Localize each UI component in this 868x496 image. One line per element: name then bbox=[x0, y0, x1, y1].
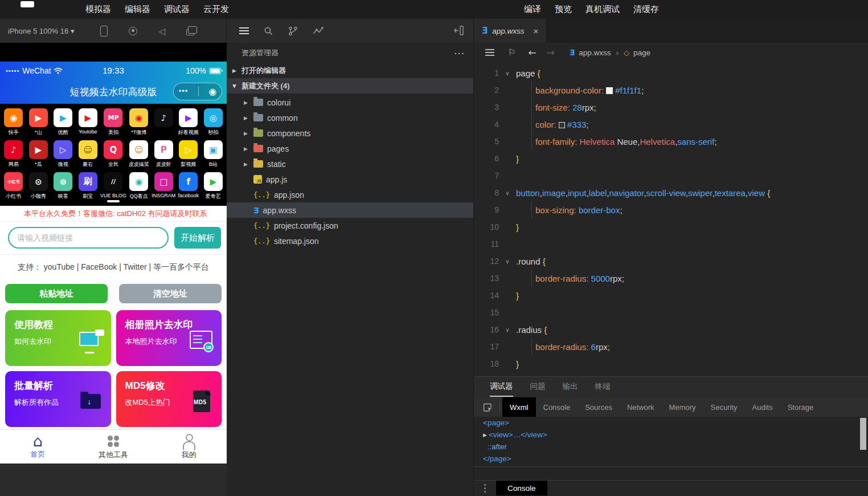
tree-item-components[interactable]: ▶components bbox=[227, 125, 473, 141]
tree-item-static[interactable]: ▶static bbox=[227, 156, 473, 172]
tree-item-colorui[interactable]: ▶colorui bbox=[227, 95, 473, 110]
search-icon[interactable] bbox=[264, 26, 273, 36]
open-editors-section[interactable]: ▶ 打开的编辑器 bbox=[227, 63, 473, 78]
app-grid-item[interactable]: ♪网易 bbox=[1, 140, 26, 167]
clear-address-button[interactable]: 清空地址 bbox=[119, 284, 222, 303]
back-arrow-icon[interactable]: ← bbox=[528, 47, 536, 58]
menu-item[interactable]: 调试器 bbox=[164, 4, 190, 15]
app-grid-item[interactable]: ▷梨视频 bbox=[176, 140, 201, 167]
file-list-icon[interactable] bbox=[239, 27, 249, 29]
network-graph-icon[interactable] bbox=[313, 27, 324, 35]
collapse-sidebar-icon[interactable] bbox=[454, 26, 465, 35]
debugger-tab-终端[interactable]: 终端 bbox=[595, 381, 611, 396]
close-icon[interactable]: × bbox=[534, 26, 539, 36]
inspect-element-icon[interactable] bbox=[483, 403, 493, 412]
app-grid-item[interactable]: ◎秒拍 bbox=[201, 108, 226, 135]
wxml-node[interactable]: <page> bbox=[474, 417, 868, 429]
feature-card[interactable]: 批量解析解析所有作品↓ bbox=[5, 371, 111, 427]
wxml-node[interactable]: ::after bbox=[474, 441, 868, 453]
tabbar-item-tools[interactable]: 其他工具 bbox=[76, 430, 152, 464]
exit-target-icon[interactable]: ◉ bbox=[208, 87, 216, 96]
app-grid-item[interactable]: ☺皮皮搞笑 bbox=[126, 140, 152, 167]
devtools-tab-memory[interactable]: Memory bbox=[662, 397, 703, 417]
wxml-tree-panel[interactable]: <page>▶<view>…</view> ::after</page> bbox=[474, 417, 868, 467]
tree-item-app.json[interactable]: {..}app.json bbox=[227, 187, 473, 202]
app-grid-item[interactable]: 刷刷宝 bbox=[75, 172, 100, 199]
menu-item[interactable]: 清缓存 bbox=[633, 4, 659, 15]
tabbar-item-profile[interactable]: 我的 bbox=[151, 430, 227, 464]
devtools-tab-storage[interactable]: Storage bbox=[780, 397, 821, 417]
bookmark-icon[interactable]: ⚐ bbox=[508, 47, 515, 58]
tree-item-sitemap.json[interactable]: {..}sitemap.json bbox=[227, 233, 473, 249]
code-area[interactable]: 1∨page {2background-color: #f1f1f1;3font… bbox=[474, 62, 868, 376]
app-grid-item[interactable]: ▶*山 bbox=[26, 108, 51, 135]
wxml-node[interactable]: ▶<view>…</view> bbox=[474, 429, 868, 441]
fold-icon[interactable]: ∨ bbox=[499, 258, 516, 265]
record-stop-icon[interactable] bbox=[129, 27, 137, 35]
fold-icon[interactable]: ∨ bbox=[499, 327, 516, 333]
devtools-tab-security[interactable]: Security bbox=[703, 397, 745, 417]
breadcrumb[interactable]: Ǝ app.wxss › ◇ page bbox=[570, 48, 650, 57]
mute-speaker-icon[interactable]: ◁ bbox=[158, 27, 165, 35]
parse-button[interactable]: 开始解析 bbox=[174, 227, 221, 249]
menu-item[interactable]: 编译 bbox=[524, 4, 541, 15]
devtools-tab-sources[interactable]: Sources bbox=[578, 397, 620, 417]
device-icon[interactable] bbox=[100, 26, 108, 36]
scrollbar-thumb[interactable] bbox=[860, 418, 866, 450]
menu-item[interactable]: 编辑器 bbox=[125, 4, 150, 15]
expand-arrow-icon[interactable]: ▶ bbox=[483, 432, 487, 438]
tree-item-project.config.json[interactable]: {..}project.config.json bbox=[227, 218, 473, 233]
console-drawer-tab[interactable]: Console bbox=[496, 481, 547, 495]
git-branch-icon[interactable] bbox=[288, 26, 298, 36]
menu-item[interactable]: 真机调试 bbox=[586, 4, 620, 15]
feature-card[interactable]: MD5修改改MD5上热门MD5 bbox=[116, 371, 222, 427]
drawer-handle-icon[interactable] bbox=[484, 487, 486, 489]
app-grid-item[interactable]: Q全民 bbox=[100, 140, 126, 167]
devtools-tab-audits[interactable]: Audits bbox=[745, 397, 780, 417]
app-grid-item[interactable]: ◉快手 bbox=[1, 108, 26, 135]
menu-item[interactable]: 云开发 bbox=[203, 4, 229, 15]
windows-layers-icon[interactable] bbox=[186, 29, 194, 35]
code-editor[interactable]: ⚐ ← → Ǝ app.wxss › ◇ page 1∨page {2backg… bbox=[474, 43, 868, 376]
app-grid-item[interactable]: //VUE BLOG bbox=[100, 172, 126, 199]
feature-card[interactable]: 相册照片去水印本地照片去水印1B bbox=[116, 310, 222, 366]
outline-list-icon[interactable] bbox=[485, 52, 494, 53]
app-grid-item[interactable]: ▣B站 bbox=[201, 140, 226, 167]
app-grid-item[interactable]: □INSGRAM bbox=[152, 172, 177, 199]
app-grid-item[interactable]: ▶优酷 bbox=[51, 108, 76, 135]
app-grid-item[interactable]: ⊙小咖秀 bbox=[26, 172, 51, 199]
app-grid-item[interactable]: ☺最右 bbox=[75, 140, 100, 167]
app-grid-item[interactable]: ▶好看视频 bbox=[176, 108, 201, 135]
app-grid-item[interactable]: MP美拍 bbox=[100, 108, 126, 135]
app-grid-item[interactable]: ▶*瓜 bbox=[26, 140, 51, 167]
devtools-tab-console[interactable]: Console bbox=[536, 397, 578, 417]
forward-arrow-icon[interactable]: → bbox=[547, 47, 555, 58]
root-folder-section[interactable]: ▼ 新建文件夹 (4) bbox=[227, 78, 473, 93]
app-grid-item[interactable]: ▶爱奇艺 bbox=[201, 172, 226, 199]
app-grid-item[interactable]: ffacebook bbox=[176, 172, 201, 199]
menu-item[interactable]: 预览 bbox=[555, 4, 572, 15]
debugger-tab-输出[interactable]: 输出 bbox=[563, 381, 578, 396]
tree-item-common[interactable]: ▶common bbox=[227, 110, 473, 125]
feature-card[interactable]: 使用教程如何去水印 bbox=[5, 310, 111, 366]
tree-item-app.wxss[interactable]: Ǝapp.wxss bbox=[227, 202, 473, 218]
fold-icon[interactable]: ∨ bbox=[499, 70, 516, 76]
debugger-tab-问题[interactable]: 问题 bbox=[530, 381, 546, 396]
tree-item-app.js[interactable]: JSapp.js bbox=[227, 172, 473, 187]
tabbar-item-home[interactable]: ⌂首页 bbox=[0, 430, 76, 464]
video-link-input[interactable] bbox=[8, 227, 169, 249]
paste-address-button[interactable]: 粘贴地址 bbox=[5, 284, 108, 303]
app-grid-item[interactable]: ◉*T微博 bbox=[126, 108, 152, 135]
fold-icon[interactable]: ∨ bbox=[499, 190, 516, 196]
app-grid-item[interactable]: ◉QQ看点 bbox=[126, 172, 152, 199]
device-selector[interactable]: iPhone 5 100% 16 ▾ bbox=[8, 27, 74, 35]
capsule-menu[interactable]: ••• ◉ bbox=[173, 83, 222, 100]
app-grid-item[interactable]: ♪ bbox=[152, 108, 177, 135]
tree-item-pages[interactable]: ▶pages bbox=[227, 141, 473, 156]
menu-item[interactable]: 模拟器 bbox=[85, 4, 111, 15]
app-grid-item[interactable]: ▷微视 bbox=[51, 140, 76, 167]
app-grid-item[interactable]: ▶Youtobe bbox=[75, 108, 100, 135]
more-icon[interactable]: ••• bbox=[179, 87, 189, 95]
devtools-tab-network[interactable]: Network bbox=[620, 397, 662, 417]
devtools-tab-wxml[interactable]: Wxml bbox=[502, 397, 536, 417]
